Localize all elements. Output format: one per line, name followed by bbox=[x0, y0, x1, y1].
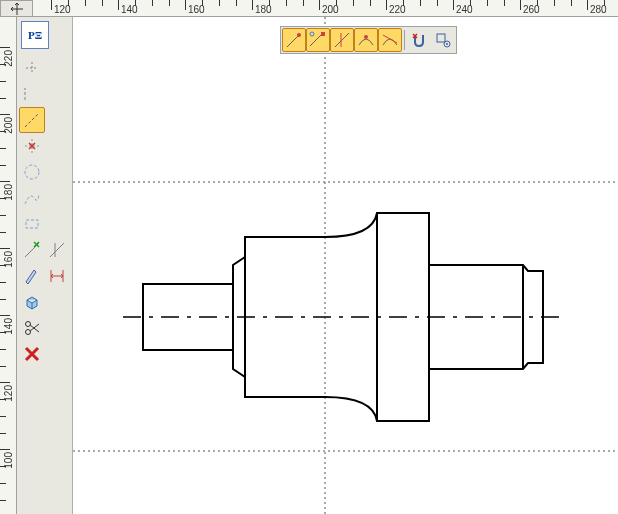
svg-point-33 bbox=[310, 32, 314, 36]
segment-h-tool[interactable] bbox=[19, 81, 45, 107]
svg-point-14 bbox=[26, 330, 31, 335]
horizontal-ruler: 120140160180200220240260280 bbox=[33, 0, 618, 17]
svg-line-34 bbox=[335, 33, 349, 47]
trim-tool[interactable] bbox=[45, 237, 71, 263]
segment-tool[interactable] bbox=[19, 107, 45, 133]
svg-line-16 bbox=[30, 325, 39, 332]
snap-midpoint-button[interactable] bbox=[306, 28, 330, 52]
ruler-origin-button[interactable] bbox=[0, 0, 33, 17]
snap-intersection-button[interactable] bbox=[378, 28, 402, 52]
point-tool[interactable] bbox=[19, 55, 45, 81]
svg-point-36 bbox=[364, 35, 368, 39]
svg-point-15 bbox=[26, 322, 31, 327]
tool-palette: PΞ bbox=[17, 17, 73, 514]
svg-point-6 bbox=[25, 165, 39, 179]
constraint-tool[interactable] bbox=[19, 263, 45, 289]
snap-line-button[interactable] bbox=[330, 28, 354, 52]
snap-settings-button[interactable] bbox=[431, 28, 455, 52]
trim-x-tool[interactable] bbox=[19, 237, 45, 263]
svg-line-3 bbox=[25, 113, 39, 127]
circle-tool[interactable] bbox=[19, 159, 45, 185]
svg-rect-7 bbox=[26, 220, 38, 228]
snap-tangent-button[interactable] bbox=[354, 28, 378, 52]
svg-line-29 bbox=[287, 35, 299, 47]
svg-point-40 bbox=[446, 43, 448, 45]
svg-line-17 bbox=[30, 324, 39, 331]
svg-rect-32 bbox=[321, 32, 325, 36]
centerline-tool[interactable] bbox=[19, 133, 45, 159]
svg-point-30 bbox=[297, 33, 301, 37]
dimension-tool[interactable] bbox=[45, 263, 71, 289]
spline-tool[interactable] bbox=[19, 185, 45, 211]
svg-line-9 bbox=[50, 243, 64, 257]
sketch-mode-button[interactable]: PΞ bbox=[21, 21, 49, 49]
sketch-content bbox=[73, 17, 618, 514]
box3d-tool[interactable] bbox=[19, 289, 45, 315]
drawing-canvas[interactable] bbox=[73, 17, 618, 514]
snap-toolbar[interactable] bbox=[280, 26, 457, 54]
magnet-off-button[interactable] bbox=[407, 28, 431, 52]
svg-rect-38 bbox=[437, 34, 445, 42]
rectangle-tool[interactable] bbox=[19, 211, 45, 237]
delete-tool[interactable] bbox=[19, 341, 45, 367]
vertical-ruler: 100120140160180200220 bbox=[0, 17, 17, 514]
snap-endpoint-button[interactable] bbox=[282, 28, 306, 52]
scissors-tool[interactable] bbox=[19, 315, 45, 341]
